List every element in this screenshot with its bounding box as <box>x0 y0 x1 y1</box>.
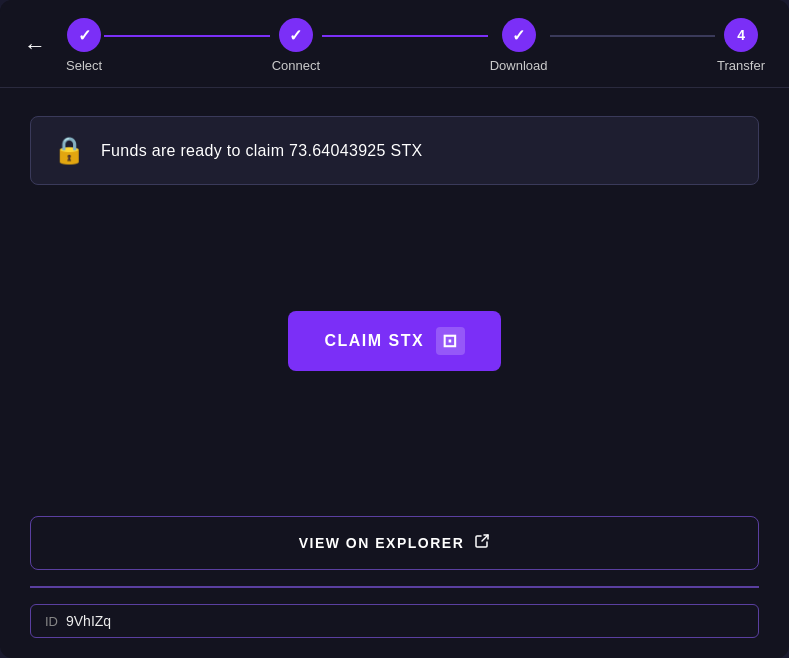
claim-area: CLAIM STX ⊡ <box>288 185 500 496</box>
stepper-header: ← ✓ Select ✓ Connect ✓ <box>0 0 789 88</box>
app-container: ← ✓ Select ✓ Connect ✓ <box>0 0 789 658</box>
step-circle-connect: ✓ <box>279 18 313 52</box>
step-select: ✓ Select <box>66 18 102 73</box>
id-value: 9VhIZq <box>66 613 111 629</box>
claim-btn-icon: ⊡ <box>436 327 465 355</box>
step-label-connect: Connect <box>272 58 320 73</box>
claim-btn-label: CLAIM STX <box>324 332 424 350</box>
connector-1 <box>104 35 270 37</box>
step-label-transfer: Transfer <box>717 58 765 73</box>
bottom-section: VIEW ON EXPLORER ID 9VhIZq <box>0 516 789 658</box>
back-button[interactable]: ← <box>24 35 46 57</box>
step-download: ✓ Download <box>490 18 548 73</box>
stepper: ✓ Select ✓ Connect ✓ Download <box>66 18 765 73</box>
checkmark-download: ✓ <box>512 26 525 45</box>
step-transfer: 4 Transfer <box>717 18 765 73</box>
explorer-btn-label: VIEW ON EXPLORER <box>299 535 465 551</box>
funds-text: Funds are ready to claim 73.64043925 STX <box>101 142 423 160</box>
step-number-transfer: 4 <box>737 27 745 43</box>
claim-stx-button[interactable]: CLAIM STX ⊡ <box>288 311 500 371</box>
checkmark-select: ✓ <box>78 26 91 45</box>
lock-icon: 🔒 <box>53 135 85 166</box>
external-link-icon <box>474 533 490 553</box>
step-label-download: Download <box>490 58 548 73</box>
id-badge: ID 9VhIZq <box>30 604 759 638</box>
step-circle-transfer: 4 <box>724 18 758 52</box>
divider <box>30 586 759 588</box>
step-label-select: Select <box>66 58 102 73</box>
connector-3 <box>550 35 716 37</box>
step-circle-download: ✓ <box>502 18 536 52</box>
view-on-explorer-button[interactable]: VIEW ON EXPLORER <box>30 516 759 570</box>
id-prefix: ID <box>45 614 58 629</box>
step-connect: ✓ Connect <box>272 18 320 73</box>
step-circle-select: ✓ <box>67 18 101 52</box>
funds-banner: 🔒 Funds are ready to claim 73.64043925 S… <box>30 116 759 185</box>
connector-2 <box>322 35 488 37</box>
checkmark-connect: ✓ <box>289 26 302 45</box>
main-content: 🔒 Funds are ready to claim 73.64043925 S… <box>0 88 789 516</box>
